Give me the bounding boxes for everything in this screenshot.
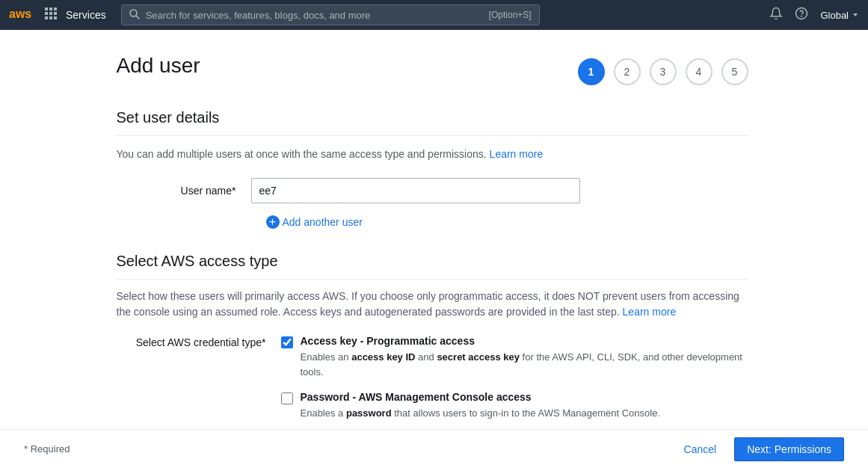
svg-rect-1 — [45, 7, 48, 10]
programmatic-access-text: Access key - Programmatic access Enables… — [301, 335, 748, 379]
step-3[interactable]: 3 — [650, 58, 677, 85]
username-row: User name* — [117, 178, 748, 203]
footer-bar: * Required Cancel Next: Permissions — [0, 429, 868, 451]
access-type-section: Select AWS access type Select how these … — [117, 253, 748, 421]
set-user-details-desc: You can add multiple users at once with … — [117, 148, 748, 160]
grid-icon[interactable] — [45, 7, 57, 22]
svg-rect-5 — [49, 12, 52, 15]
access-type-title: Select AWS access type — [117, 253, 748, 280]
cancel-button[interactable]: Cancel — [675, 439, 726, 451]
svg-rect-8 — [49, 16, 52, 19]
add-user-row: + Add another user — [266, 215, 748, 229]
username-label: User name* — [117, 185, 251, 197]
console-access-checkbox[interactable] — [281, 392, 293, 404]
svg-rect-9 — [54, 16, 57, 19]
step-indicators: 1 2 3 4 5 — [578, 58, 748, 85]
nav-right: Global — [769, 7, 859, 24]
access-type-desc: Select how these users will primarily ac… — [117, 289, 748, 320]
svg-rect-3 — [54, 7, 57, 10]
next-button[interactable]: Next: Permissions — [734, 437, 844, 451]
footer-actions: Cancel Next: Permissions — [675, 437, 844, 451]
content-area: Add user 1 2 3 4 5 Set user details You … — [1, 30, 868, 451]
aws-logo-text: aws — [9, 7, 33, 24]
access-type-learn-more[interactable]: Learn more — [623, 306, 677, 318]
add-another-user-label: Add another user — [283, 216, 363, 228]
set-user-details-title: Set user details — [117, 109, 748, 136]
username-input[interactable] — [251, 178, 580, 203]
console-access-title: Password - AWS Management Console access — [301, 391, 661, 403]
search-icon — [129, 9, 140, 22]
set-user-details-section: Set user details You can add multiple us… — [117, 109, 748, 229]
step-5[interactable]: 5 — [721, 58, 748, 85]
programmatic-access-desc: Enables an access key ID and secret acce… — [301, 350, 748, 379]
set-user-details-learn-more[interactable]: Learn more — [490, 148, 544, 160]
help-icon[interactable] — [795, 7, 808, 24]
step-2[interactable]: 2 — [614, 58, 641, 85]
page-wrapper: Add user 1 2 3 4 5 Set user details You … — [0, 30, 868, 451]
svg-rect-6 — [54, 12, 57, 15]
credential-options: Access key - Programmatic access Enables… — [281, 335, 748, 421]
svg-rect-4 — [45, 12, 48, 15]
programmatic-access-checkbox[interactable] — [281, 336, 293, 348]
bell-icon[interactable] — [769, 7, 783, 24]
region-selector[interactable]: Global — [820, 10, 859, 21]
programmatic-access-title: Access key - Programmatic access — [301, 335, 748, 347]
nav-search-box[interactable]: [Option+S] — [121, 4, 540, 25]
console-access-text: Password - AWS Management Console access… — [301, 391, 661, 421]
credential-type-row: Select AWS credential type* Access key -… — [117, 335, 748, 421]
step-4[interactable]: 4 — [686, 58, 712, 85]
step-1[interactable]: 1 — [578, 58, 605, 85]
aws-logo[interactable]: aws — [9, 7, 33, 24]
console-access-desc: Enables a password that allows users to … — [301, 406, 661, 421]
svg-marker-14 — [853, 13, 858, 16]
search-input[interactable] — [146, 10, 483, 21]
programmatic-access-option: Access key - Programmatic access Enables… — [281, 335, 748, 379]
nav-services-label[interactable]: Services — [66, 9, 106, 21]
page-header: Add user 1 2 3 4 5 — [117, 54, 748, 85]
add-icon: + — [266, 215, 280, 229]
svg-line-11 — [136, 16, 139, 19]
navbar: aws Services [Option+S] — [0, 0, 868, 30]
add-another-user-link[interactable]: + Add another user — [266, 215, 363, 229]
console-access-option: Password - AWS Management Console access… — [281, 391, 748, 421]
credential-label: Select AWS credential type* — [117, 335, 281, 348]
svg-rect-7 — [45, 16, 48, 19]
search-shortcut: [Option+S] — [489, 10, 532, 20]
required-note: * Required — [24, 443, 70, 451]
svg-text:aws: aws — [9, 7, 31, 20]
page-title: Add user — [117, 54, 200, 78]
svg-rect-2 — [49, 7, 52, 10]
